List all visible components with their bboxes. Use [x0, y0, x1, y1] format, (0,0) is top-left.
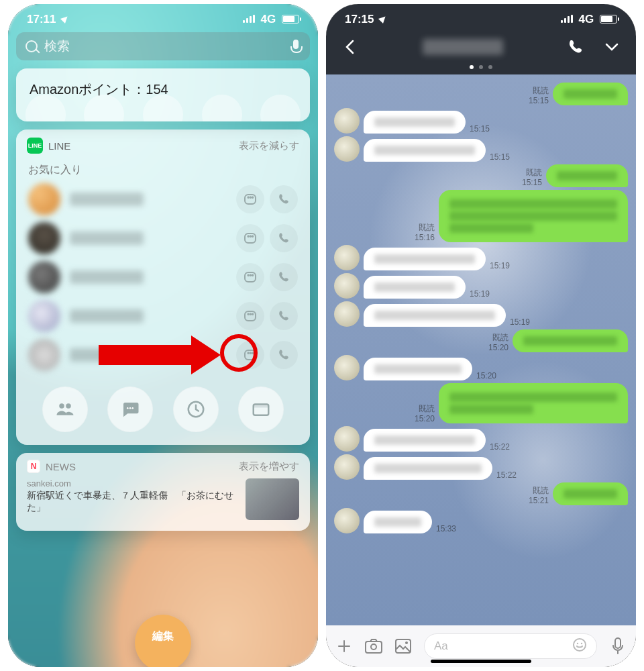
- message-bubble: [364, 511, 432, 533]
- avatar[interactable]: [334, 245, 360, 270]
- message-row[interactable]: 15:33: [334, 508, 628, 533]
- message-row[interactable]: 既読15:21: [334, 482, 628, 505]
- avatar[interactable]: [28, 261, 60, 293]
- message-row[interactable]: 15:22: [334, 454, 628, 480]
- message-meta: 既読15:20: [415, 404, 435, 423]
- status-time: 17:15: [345, 12, 374, 25]
- chats-icon[interactable]: [107, 386, 153, 432]
- call-button[interactable]: [270, 263, 298, 291]
- wallet-icon[interactable]: [238, 386, 284, 432]
- avatar[interactable]: [334, 108, 360, 134]
- gallery-button[interactable]: [394, 637, 412, 655]
- avatar[interactable]: [334, 136, 360, 162]
- message-row[interactable]: 15:15: [334, 136, 628, 162]
- chat-icon: [244, 194, 256, 205]
- message-time: 15:15: [490, 152, 510, 162]
- news-thumbnail: [246, 478, 299, 520]
- amazon-widget[interactable]: Amazonポイント：154: [16, 68, 310, 121]
- expand-button[interactable]: 表示を増やす: [239, 460, 299, 473]
- message-row[interactable]: 15:19: [334, 245, 628, 270]
- favorite-row: [16, 180, 310, 219]
- chat-icon: [244, 272, 256, 282]
- emoji-icon[interactable]: [572, 637, 587, 656]
- news-headline: 新宿駅近くで車暴走、７人重軽傷 「お茶にむせた」: [27, 490, 237, 514]
- menu-button[interactable]: [602, 38, 621, 56]
- avatar[interactable]: [334, 273, 360, 299]
- chat-button[interactable]: [236, 263, 264, 291]
- chat-button[interactable]: [236, 224, 264, 252]
- message-row[interactable]: 既読15:20: [334, 329, 628, 352]
- message-row[interactable]: 既読15:15: [334, 164, 628, 187]
- phone-icon: [278, 310, 290, 322]
- message-bubble: [364, 276, 466, 299]
- chat-button[interactable]: [236, 185, 264, 213]
- chat-icon: [244, 233, 256, 244]
- call-button[interactable]: [270, 224, 298, 252]
- message-time: 15:33: [436, 524, 456, 533]
- line-widget: LINE LINE 表示を減らす お気に入り: [16, 130, 310, 445]
- chat-button[interactable]: [236, 302, 264, 330]
- message-bubble: [364, 248, 486, 270]
- favorite-row: [16, 258, 310, 297]
- avatar[interactable]: [334, 426, 360, 452]
- avatar[interactable]: [28, 222, 60, 254]
- message-bubble: [439, 383, 628, 423]
- message-row[interactable]: 既読15:20: [334, 383, 628, 423]
- voice-message-button[interactable]: [609, 637, 627, 655]
- avatar[interactable]: [334, 355, 360, 380]
- message-row[interactable]: 15:19: [334, 301, 628, 327]
- favorite-row: [16, 219, 310, 258]
- contact-name: [70, 193, 144, 206]
- search-field[interactable]: 検索: [16, 32, 310, 60]
- message-bubble: [553, 83, 628, 105]
- home-indicator[interactable]: [431, 660, 531, 663]
- avatar[interactable]: [334, 454, 360, 480]
- voice-call-button[interactable]: [566, 38, 585, 56]
- message-row[interactable]: 15:20: [334, 355, 628, 380]
- edit-button[interactable]: 編集: [135, 615, 191, 667]
- network-label: 4G: [261, 12, 276, 25]
- message-list[interactable]: 既読15:1515:1515:15既読15:15既読15:1615:1915:1…: [326, 74, 636, 625]
- mic-icon[interactable]: [291, 40, 301, 53]
- camera-button[interactable]: [365, 637, 382, 655]
- message-time: 15:19: [490, 261, 510, 270]
- phone-icon: [278, 271, 290, 283]
- call-button[interactable]: [270, 302, 298, 330]
- collapse-button[interactable]: 表示を減らす: [239, 140, 299, 152]
- friends-icon[interactable]: [42, 386, 88, 432]
- back-button[interactable]: [341, 38, 360, 56]
- timeline-icon[interactable]: [173, 386, 219, 432]
- avatar[interactable]: [28, 183, 60, 215]
- contact-name: [70, 231, 144, 245]
- message-row[interactable]: 15:15: [334, 108, 628, 134]
- message-row[interactable]: 15:19: [334, 273, 628, 299]
- message-row[interactable]: 既読15:16: [334, 190, 628, 242]
- call-button[interactable]: [270, 341, 298, 369]
- input-placeholder: Aa: [434, 639, 448, 653]
- svg-point-12: [581, 642, 582, 643]
- signal-icon: [243, 15, 255, 23]
- line-app-label[interactable]: LINE LINE: [27, 138, 70, 154]
- avatar[interactable]: [334, 301, 360, 327]
- battery-icon: [600, 15, 617, 23]
- quick-actions: [16, 374, 310, 432]
- call-button[interactable]: [270, 185, 298, 213]
- message-input[interactable]: Aa: [424, 633, 597, 659]
- phone-icon: [278, 193, 290, 205]
- message-row[interactable]: 15:22: [334, 426, 628, 452]
- favorites-section-title: お気に入り: [16, 158, 310, 180]
- avatar[interactable]: [334, 508, 360, 533]
- battery-icon: [282, 15, 299, 23]
- search-placeholder: 検索: [44, 38, 284, 55]
- add-button[interactable]: [335, 637, 353, 655]
- message-row[interactable]: 既読15:15: [334, 83, 628, 105]
- news-widget[interactable]: N NEWS 表示を増やす sankei.com 新宿駅近くで車暴走、７人重軽傷…: [16, 453, 310, 531]
- phone-icon: [278, 232, 290, 244]
- avatar[interactable]: [28, 339, 60, 371]
- avatar[interactable]: [28, 300, 60, 332]
- message-bubble: [546, 164, 628, 187]
- message-bubble: [364, 304, 506, 327]
- annotation-circle: [220, 334, 258, 372]
- phone-icon: [278, 349, 290, 361]
- message-bubble: [364, 429, 486, 452]
